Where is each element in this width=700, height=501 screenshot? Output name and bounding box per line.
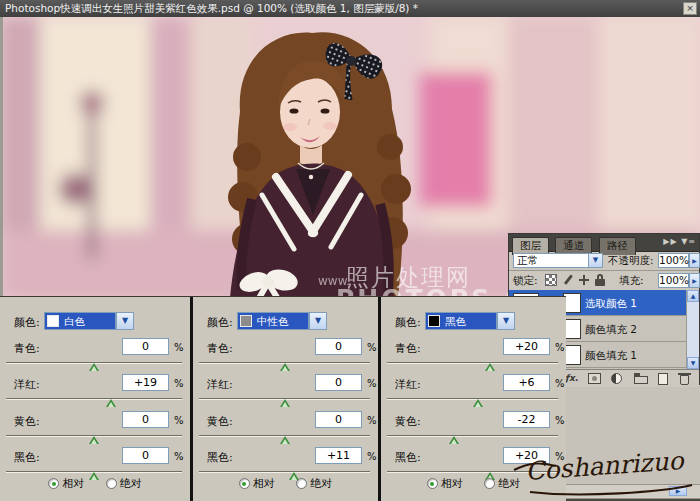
magenta-label: 洋红: (395, 377, 421, 392)
percent-label: % (555, 415, 565, 426)
cyan-value[interactable] (315, 338, 362, 355)
workspace-gray-area: ▶ (566, 385, 700, 501)
slider-thumb[interactable] (89, 436, 99, 444)
magenta-value[interactable] (503, 374, 550, 391)
color-select[interactable]: 黑色 (425, 312, 497, 330)
slider-thumb[interactable] (106, 399, 116, 407)
blend-mode-dropdown-icon[interactable]: ▼ (588, 253, 603, 268)
radio-icon[interactable] (106, 478, 117, 489)
cyan-slider[interactable] (6, 359, 182, 371)
black-label: 黑色: (395, 450, 421, 465)
cyan-label: 青色: (395, 341, 421, 356)
opacity-label: 不透明度: (608, 254, 654, 268)
cyan-label: 青色: (14, 341, 40, 356)
lock-row: 锁定: 填充: 100% ▶ (509, 270, 699, 291)
radio-selected-icon[interactable] (48, 478, 59, 489)
relative-radio[interactable]: 相对 (239, 476, 275, 491)
absolute-radio[interactable]: 绝对 (106, 476, 142, 491)
yellow-slider[interactable] (199, 432, 370, 444)
relative-radio[interactable]: 相对 (48, 476, 84, 491)
yellow-value[interactable] (503, 411, 550, 428)
scroll-up-icon[interactable]: ▲ (687, 290, 699, 302)
yellow-value[interactable] (122, 411, 169, 428)
magenta-label: 洋红: (207, 377, 233, 392)
slider-thumb[interactable] (89, 363, 99, 371)
slider-thumb[interactable] (473, 399, 483, 407)
slider-thumb[interactable] (280, 399, 290, 407)
new-group-icon[interactable] (633, 372, 649, 385)
black-value[interactable] (503, 447, 550, 464)
percent-label: % (367, 451, 377, 462)
method-radios: 相对 绝对 (381, 476, 566, 492)
lock-transparency-icon[interactable] (545, 274, 557, 286)
color-label: 颜色: (207, 315, 233, 330)
cyan-value[interactable] (503, 338, 550, 355)
percent-label: % (174, 342, 184, 353)
slider-thumb[interactable] (280, 436, 290, 444)
magenta-slider[interactable] (6, 395, 182, 407)
blend-mode-select[interactable]: 正常 (513, 253, 589, 268)
horizontal-scrollbar[interactable]: ▶ (566, 484, 700, 499)
scroll-right-icon[interactable]: ▶ (669, 486, 687, 496)
black-value[interactable] (122, 447, 169, 464)
yellow-slider[interactable] (6, 432, 182, 444)
fill-slider-icon[interactable]: ▶ (689, 273, 700, 288)
panel-menu-icon[interactable]: ▶▶ ▼≡ (663, 237, 696, 246)
magenta-label: 洋红: (14, 377, 40, 392)
color-dropdown-icon[interactable]: ▼ (309, 312, 327, 330)
radio-icon[interactable] (484, 478, 495, 489)
window-left-edge (0, 17, 3, 298)
fill-field[interactable]: 100% (658, 273, 689, 288)
absolute-radio[interactable]: 绝对 (484, 476, 520, 491)
window-title: Photoshop快速调出女生照片甜美紫红色效果.psd @ 100% (选取颜… (5, 2, 418, 14)
color-select[interactable]: 中性色 (237, 312, 309, 330)
new-layer-icon[interactable] (655, 372, 671, 385)
slider-thumb[interactable] (280, 363, 290, 371)
selective-color-panels: 颜色: 白色 ▼ 青色: % 洋红: % 黄色: % (0, 296, 566, 501)
radio-selected-icon[interactable] (427, 478, 438, 489)
black-label: 黑色: (207, 450, 233, 465)
add-layer-mask-icon[interactable] (587, 372, 603, 385)
color-select[interactable]: 白色 (44, 312, 116, 330)
photoshop-window: Photoshop快速调出女生照片甜美紫红色效果.psd @ 100% (选取颜… (0, 0, 700, 501)
selective-color-panel-whites: 颜色: 白色 ▼ 青色: % 洋红: % 黄色: % (0, 297, 190, 501)
method-radios: 相对 绝对 (0, 476, 190, 492)
radio-selected-icon[interactable] (239, 478, 250, 489)
opacity-field[interactable]: 100% (658, 253, 689, 268)
percent-label: % (174, 378, 184, 389)
black-value[interactable] (315, 447, 362, 464)
lock-pixels-icon[interactable] (562, 274, 574, 286)
slider-thumb[interactable] (485, 363, 495, 371)
percent-label: % (555, 378, 565, 389)
scroll-down-icon[interactable]: ▼ (687, 357, 699, 369)
cyan-slider[interactable] (199, 359, 370, 371)
relative-radio[interactable]: 相对 (427, 476, 463, 491)
layer-style-icon[interactable]: ƒx. (565, 372, 581, 385)
cyan-slider[interactable] (387, 359, 558, 371)
color-dropdown-icon[interactable]: ▼ (497, 312, 515, 330)
magenta-value[interactable] (122, 374, 169, 391)
lock-label: 锁定: (513, 274, 538, 288)
magenta-slider[interactable] (199, 395, 370, 407)
color-swatch (240, 315, 252, 327)
magenta-slider[interactable] (387, 395, 558, 407)
lock-position-icon[interactable] (578, 274, 590, 286)
absolute-radio[interactable]: 绝对 (296, 476, 332, 491)
magenta-value[interactable] (315, 374, 362, 391)
yellow-slider[interactable] (387, 432, 558, 444)
color-dropdown-icon[interactable]: ▼ (116, 312, 134, 330)
layers-scrollbar[interactable]: ▲ ▼ (686, 290, 699, 369)
yellow-value[interactable] (315, 411, 362, 428)
close-button[interactable]: × (683, 2, 697, 15)
blend-mode-row: 正常 ▼ 不透明度: 100% ▶ (509, 251, 699, 271)
lock-all-icon[interactable] (594, 274, 606, 286)
delete-layer-icon[interactable] (677, 372, 693, 385)
adjustment-layer-icon[interactable] (609, 372, 625, 385)
radio-icon[interactable] (296, 478, 307, 489)
color-swatch (47, 315, 59, 327)
woman-figure (228, 32, 411, 298)
yellow-label: 黄色: (207, 414, 233, 429)
slider-thumb[interactable] (449, 436, 459, 444)
cyan-value[interactable] (122, 338, 169, 355)
opacity-slider-icon[interactable]: ▶ (689, 253, 700, 268)
